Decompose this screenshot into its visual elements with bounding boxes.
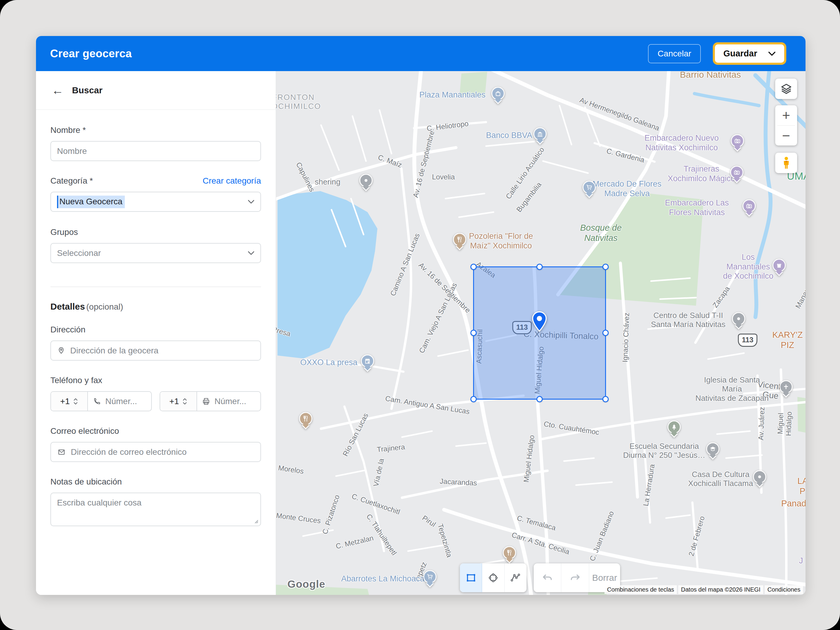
map-street-label: FRONTON XOCHIMILCO xyxy=(276,93,321,111)
crear-categoria-link[interactable]: Crear categoría xyxy=(202,176,261,186)
spinner-icon[interactable] xyxy=(182,398,187,405)
categoria-select[interactable]: Nueva Geocerca xyxy=(51,192,261,212)
redo-icon xyxy=(569,572,581,584)
poi-glyph-icon xyxy=(494,89,502,97)
polygon-tool-button[interactable] xyxy=(505,564,526,592)
rectangle-tool-button[interactable] xyxy=(460,564,482,592)
map-poi-pin[interactable] xyxy=(361,354,374,368)
geofence-handle[interactable] xyxy=(471,330,477,336)
location-pin-icon xyxy=(57,346,65,355)
map-poi-label[interactable]: Los Manantiales de Xochimilco xyxy=(720,253,777,281)
geofence-handle[interactable] xyxy=(471,396,477,402)
resize-handle-icon[interactable] xyxy=(254,519,259,524)
back-arrow-icon[interactable]: ← xyxy=(52,84,63,96)
poi-glyph-icon xyxy=(670,423,678,431)
map-poi-label[interactable]: J xyxy=(799,556,803,566)
spinner-icon[interactable] xyxy=(73,398,78,405)
geofence-handle[interactable] xyxy=(471,264,477,270)
layers-icon xyxy=(780,83,792,95)
location-marker-pin[interactable] xyxy=(532,311,547,332)
map-poi-label[interactable]: OXXO La presa xyxy=(300,358,358,368)
poi-glyph-icon xyxy=(585,183,593,191)
cancel-button[interactable]: Cancelar xyxy=(648,44,701,63)
zoom-in-button[interactable]: + xyxy=(775,105,797,125)
detalles-opcional: (opcional) xyxy=(87,302,123,311)
geofence-handle[interactable] xyxy=(602,264,609,270)
draw-toolbar xyxy=(460,564,526,592)
map-poi-pin[interactable] xyxy=(779,380,793,393)
grupos-label: Grupos xyxy=(51,227,261,237)
save-button-focus-ring: Guardar xyxy=(713,42,786,65)
map-poi-pin[interactable] xyxy=(503,546,516,559)
fax-printer-icon xyxy=(202,397,210,406)
phone-code-value: +1 xyxy=(60,396,70,406)
phone-group: +1 Númer... xyxy=(51,391,152,411)
map-poi-label[interactable]: Embarcadero Las Flores Nativitas xyxy=(665,198,729,217)
map-poi-label[interactable]: Trajineras Xochimilco Mágico xyxy=(668,164,735,183)
map-poi-pin[interactable] xyxy=(583,181,596,194)
map-poi-label[interactable]: Centro de Salud T-II Santa María Nativit… xyxy=(651,311,726,329)
circle-tool-button[interactable] xyxy=(482,564,504,592)
back-search-row[interactable]: ← Buscar xyxy=(36,71,276,110)
map-poi-label[interactable]: Barrio Nativitas xyxy=(680,71,741,80)
map-poi-pin[interactable] xyxy=(706,442,719,455)
direccion-input[interactable]: Dirección de la geocera xyxy=(51,341,261,361)
terms-link[interactable]: Condiciones xyxy=(765,585,803,594)
poi-glyph-icon xyxy=(775,261,783,269)
map-poi-pin[interactable] xyxy=(359,174,373,187)
correo-input[interactable]: Dirección de correo electrónico xyxy=(51,442,261,462)
map-poi-label[interactable]: Abarrotes La Michoacana xyxy=(341,574,434,584)
map-poi-label[interactable]: Plaza Manantiales xyxy=(419,90,486,100)
grupos-select[interactable]: Seleccionar xyxy=(51,243,261,263)
map-poi-pin[interactable] xyxy=(491,87,505,100)
map-poi-pin[interactable] xyxy=(534,127,546,141)
geofence-handle[interactable] xyxy=(602,330,609,336)
phone-number-input[interactable]: Númer... xyxy=(88,392,151,411)
geofence-rectangle[interactable] xyxy=(473,267,606,399)
map-poi-pin[interactable] xyxy=(730,166,744,179)
map-attribution: Combinaciones de teclas Datos del mapa ©… xyxy=(605,585,803,594)
geofence-handle[interactable] xyxy=(537,264,543,270)
fax-country-code[interactable]: +1 xyxy=(160,392,197,411)
map-poi-label[interactable]: Banco BBVA xyxy=(486,131,532,141)
map-poi-label[interactable]: Escuela Secundaria Diurna N° 250 "Jesús… xyxy=(623,442,705,460)
desktop-background: Crear geocerca Cancelar Guardar ← Buscar… xyxy=(0,0,840,630)
map-poi-label[interactable]: Iglesia de Santa María Nativitas de Zaca… xyxy=(695,375,769,403)
map-poi-label[interactable]: Pozoleria "Flor de Maíz" Xochimilco xyxy=(469,232,533,251)
map-poi-label[interactable]: Panaderia xyxy=(781,499,805,509)
map-poi-label[interactable]: KARY'Z PIZ xyxy=(772,330,803,351)
notas-textarea[interactable] xyxy=(51,493,261,526)
map-poi-pin[interactable] xyxy=(668,420,681,434)
map-poi-pin[interactable] xyxy=(772,259,786,272)
map-poi-label[interactable]: Casa De Cultura Xochicalli Tlacama xyxy=(688,470,753,488)
map-poi-label[interactable]: Bosque de Nativitas xyxy=(580,223,622,243)
map-canvas[interactable]: FRONTON XOCHIMILCOAv Hermenegildo Galean… xyxy=(276,71,805,595)
nombre-input[interactable]: Nombre xyxy=(51,141,261,161)
phone-country-code[interactable]: +1 xyxy=(51,392,88,411)
categoria-label: Categoría * xyxy=(51,176,93,186)
layers-button[interactable] xyxy=(775,79,797,99)
map-poi-label[interactable]: LA P xyxy=(797,476,805,496)
geofence-handle[interactable] xyxy=(602,396,609,402)
undo-button[interactable] xyxy=(534,564,561,592)
map-poi-pin[interactable] xyxy=(742,199,756,212)
map-poi-pin[interactable] xyxy=(731,134,744,147)
poi-glyph-icon xyxy=(782,383,790,391)
map-poi-pin[interactable] xyxy=(753,470,766,483)
map-poi-pin[interactable] xyxy=(732,312,745,325)
app-window: Crear geocerca Cancelar Guardar ← Buscar… xyxy=(36,36,805,595)
zoom-out-button[interactable]: − xyxy=(775,126,797,146)
save-button[interactable]: Guardar xyxy=(715,44,784,63)
map-poi-label[interactable]: Embarcadero Nuevo Nativitas Xochimilco xyxy=(644,134,719,152)
map-poi-label[interactable]: shering xyxy=(315,177,340,186)
street-view-pegman-button[interactable] xyxy=(775,153,797,173)
redo-button[interactable] xyxy=(561,564,589,592)
geofence-handle[interactable] xyxy=(537,396,543,402)
fax-number-input[interactable]: Númer... xyxy=(197,392,261,411)
map-poi-label[interactable]: Mercado De Flores Madre Selva xyxy=(592,179,662,198)
map-poi-pin[interactable] xyxy=(453,233,466,246)
keyboard-shortcuts-link[interactable]: Combinaciones de teclas xyxy=(605,585,677,594)
map-poi-pin[interactable] xyxy=(423,570,436,583)
poi-glyph-icon xyxy=(745,202,753,210)
map-poi-pin[interactable] xyxy=(299,412,312,425)
